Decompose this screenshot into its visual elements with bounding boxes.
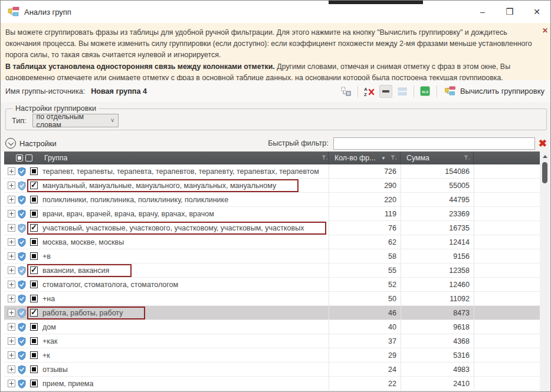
clear-filter-icon[interactable]: ✖ <box>539 139 547 149</box>
filter-icon[interactable] <box>391 155 397 161</box>
expand-row-icon[interactable] <box>8 196 15 203</box>
filter-icon[interactable] <box>322 155 328 161</box>
table-row[interactable]: +к 29 5316 <box>4 348 540 363</box>
table-row[interactable]: вакансии, вакансия 55 12358 <box>4 263 540 278</box>
expand-row-icon[interactable] <box>8 167 15 175</box>
window-controls: – ❒ ✕ <box>469 1 550 23</box>
count-column-header[interactable]: Кол-во фр... ▼ <box>329 151 401 164</box>
banner-paragraph-1: Вы можете сгруппировать фразы из таблицы… <box>5 27 536 61</box>
sum-cell: 12460 <box>401 278 474 291</box>
maximize-button[interactable]: ❒ <box>496 1 523 23</box>
collapse-icon[interactable] <box>379 85 392 98</box>
scrollbar-thumb[interactable] <box>542 162 547 183</box>
expand-row-icon[interactable] <box>8 266 15 274</box>
uncheck-all-icon[interactable] <box>25 154 32 162</box>
row-checkbox[interactable] <box>30 238 38 246</box>
expand-row-icon[interactable] <box>8 337 15 345</box>
group-cell: терапевт, терапевты, терапевта, терапевт… <box>4 164 329 178</box>
titlebar: Анализ групп – ❒ ✕ <box>1 1 550 23</box>
rows-icon[interactable] <box>396 85 409 98</box>
table-header: Группа Кол-во фр... ▼ Сумма <box>4 151 540 164</box>
row-checkbox[interactable] <box>30 309 38 317</box>
expand-row-icon[interactable] <box>8 182 15 189</box>
count-cell: 726 <box>329 164 401 178</box>
table-row[interactable]: отзывы 24 4983 <box>4 363 540 377</box>
grouping-type-value: по отдельным словам <box>37 113 111 129</box>
group-cell: участковый, участковые, участкового, уча… <box>4 221 329 235</box>
expand-row-icon[interactable] <box>8 309 15 317</box>
export-xls-icon[interactable]: XLS <box>419 85 432 98</box>
row-checkbox[interactable] <box>30 210 38 218</box>
table-row[interactable]: дом 40 9618 <box>4 320 540 334</box>
count-cell: 37 <box>329 334 401 348</box>
row-checkbox[interactable] <box>30 182 38 189</box>
table-row[interactable]: +на 50 11092 <box>4 292 540 306</box>
row-checkbox[interactable] <box>30 224 38 232</box>
row-checkbox[interactable] <box>30 266 38 274</box>
shield-check-icon <box>18 195 26 205</box>
row-checkbox[interactable] <box>30 295 38 302</box>
row-checkbox[interactable] <box>30 337 38 345</box>
table-row[interactable]: +как 37 4368 <box>4 334 540 348</box>
check-all-icon[interactable] <box>16 154 23 162</box>
group-structure-icon[interactable] <box>340 85 353 98</box>
quick-filter-input[interactable] <box>333 137 535 150</box>
row-checkbox[interactable] <box>30 252 38 260</box>
expand-row-icon[interactable] <box>8 281 15 288</box>
sum-column-title: Сумма <box>406 154 429 162</box>
filter-icon[interactable] <box>464 155 470 161</box>
row-filler <box>474 292 540 305</box>
group-cell: +как <box>4 334 329 348</box>
annotation-box: +на <box>27 292 58 305</box>
table-row[interactable]: терапевт, терапевты, терапевта, терапевт… <box>4 164 540 179</box>
table-row[interactable]: стоматолог, стоматолога, стоматологом 52… <box>4 278 540 292</box>
table-row[interactable]: участковый, участковые, участкового, уча… <box>4 221 540 235</box>
row-checkbox[interactable] <box>30 167 38 175</box>
table-body: терапевт, терапевты, терапевта, терапевт… <box>4 164 540 392</box>
svg-text:Z: Z <box>364 92 367 97</box>
table-row[interactable]: врачи, врач, врачей, врача, врачу, врача… <box>4 207 540 221</box>
close-button[interactable]: ✕ <box>523 1 550 23</box>
table-row[interactable]: мануальный, мануальные, мануального, ман… <box>4 179 540 193</box>
table-row[interactable]: прием, приема 22 2410 <box>4 377 540 391</box>
row-checkbox[interactable] <box>30 365 38 373</box>
row-checkbox[interactable] <box>30 351 38 359</box>
sum-cell: 44795 <box>401 193 474 206</box>
row-checkbox[interactable] <box>30 323 38 331</box>
row-checkbox[interactable] <box>30 281 38 288</box>
expand-row-icon[interactable] <box>8 295 15 302</box>
header-filler <box>474 151 540 164</box>
expand-row-icon[interactable] <box>8 365 15 373</box>
shield-check-icon <box>18 294 26 304</box>
redaction-bar <box>329 1 423 4</box>
expand-row-icon[interactable] <box>8 380 15 387</box>
scroll-up-icon[interactable] <box>540 151 550 161</box>
table-row[interactable]: +в 58 9156 <box>4 249 540 263</box>
table-row[interactable]: москва, москве, москвы 62 12414 <box>4 235 540 249</box>
row-checkbox[interactable] <box>30 196 38 203</box>
calculate-grouping-button[interactable]: Вычислить группировку <box>442 85 547 97</box>
expand-row-icon[interactable] <box>8 238 15 246</box>
vertical-scrollbar[interactable] <box>540 151 550 392</box>
banner-close-icon[interactable]: ✕ <box>542 25 548 37</box>
minimize-button[interactable]: – <box>469 1 496 23</box>
table-row[interactable]: поликлиники, поликлиника, поликлинику, п… <box>4 193 540 207</box>
expand-row-icon[interactable] <box>8 210 15 218</box>
expand-row-icon[interactable] <box>8 323 15 331</box>
row-filler <box>474 278 540 291</box>
expand-row-icon[interactable] <box>8 224 15 232</box>
expander-chevron-icon[interactable] <box>5 138 16 149</box>
row-checkbox[interactable] <box>30 380 38 387</box>
row-filler <box>474 348 540 362</box>
expand-row-icon[interactable] <box>8 252 15 260</box>
grouping-type-dropdown[interactable]: по отдельным словам ˅ <box>32 114 119 127</box>
sum-column-header[interactable]: Сумма <box>401 151 474 164</box>
clear-sorting-icon[interactable]: A Z <box>363 85 376 98</box>
count-cell: 55 <box>329 263 401 277</box>
expand-row-icon[interactable] <box>8 351 15 359</box>
table-row[interactable]: работа, работы, работу 46 8473 <box>4 306 540 320</box>
toolbar-separator <box>437 85 437 97</box>
group-column-header[interactable]: Группа <box>4 151 329 164</box>
annotation-box: вакансии, вакансия <box>27 264 132 277</box>
group-cell: +в <box>4 249 329 263</box>
